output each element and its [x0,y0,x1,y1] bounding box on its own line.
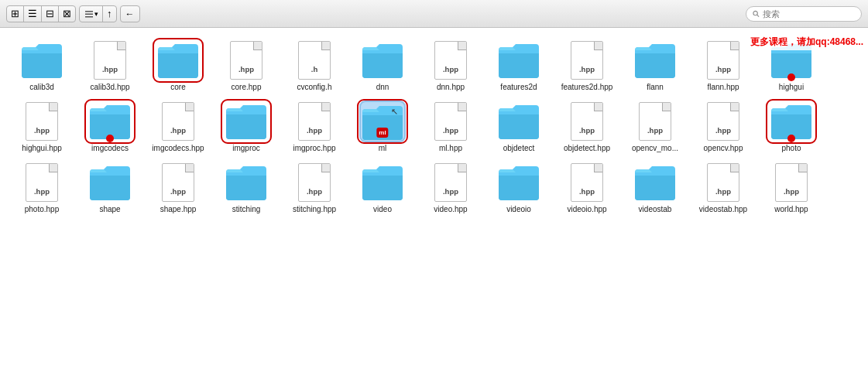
list-item[interactable]: video [348,158,417,219]
file-icon: .hpp [632,101,678,142]
file-icon: .hpp [564,40,610,80]
file-icon: .hpp [291,101,338,142]
file-label: imgproc.hpp [293,143,335,153]
back-button[interactable]: ← [120,5,140,22]
list-item[interactable]: photo [757,97,825,158]
list-item[interactable]: core [144,36,212,97]
file-label: cvconfig.h [297,82,331,92]
action-group[interactable]: ▾ ↑ [79,5,117,22]
list-item[interactable]: .hpp opencv.hpp [689,97,757,158]
list-item[interactable]: .hpp opencv_mo... [621,97,689,158]
list-item[interactable]: .hpp imgproc.hpp [280,97,348,158]
search-box[interactable] [746,6,862,22]
list-item[interactable]: stitching [212,158,280,219]
icon-grid-small[interactable]: ⊞ [7,5,24,22]
file-icon: .h [291,40,338,80]
svg-point-3 [753,11,757,15]
icon-cover[interactable]: ⊠ [59,5,75,22]
file-label: flann [647,82,664,92]
icon-columns[interactable]: ⊟ [42,5,59,22]
arrange-icon[interactable]: ▾ [80,5,103,22]
share-icon[interactable]: ↑ [103,5,116,22]
file-label: highgui.hpp [22,143,62,153]
list-item[interactable]: videostab [621,158,689,219]
file-label: core [170,82,185,92]
file-label: videostab.hpp [699,204,747,214]
list-item[interactable]: .hpp video.hpp [417,158,485,219]
file-label: opencv_mo... [632,143,678,153]
list-item[interactable]: .hpp world.hpp [757,158,825,219]
watermark: 更多课程，请加qq:48468... [746,34,868,50]
file-label: dnn.hpp [437,82,465,92]
file-icon [155,40,201,80]
file-label: opencv.hpp [704,143,743,153]
list-item[interactable]: .hpp objdetect.hpp [553,97,621,158]
file-icon: .hpp [19,162,65,203]
file-label: objdetect [503,143,535,153]
file-icon: .hpp [427,40,474,80]
list-item[interactable]: imgproc [212,97,280,158]
file-label: shape.hpp [160,204,197,214]
file-icon: .hpp [19,101,65,142]
toolbar: ⊞ ☰ ⊟ ⊠ ▾ ↑ ← [0,0,868,28]
svg-rect-2 [85,16,93,18]
list-item[interactable]: calib3d [8,36,76,97]
list-item[interactable]: .hpp imgcodecs.hpp [144,97,212,158]
file-label: videoio [506,204,531,214]
list-item[interactable]: flann [621,36,689,97]
file-label: calib3d [29,82,54,92]
list-item[interactable]: .hpp core.hpp [212,36,280,97]
file-label: ml [379,143,387,153]
file-icon: .hpp [291,162,338,203]
list-item[interactable]: objdetect [485,97,553,158]
file-icon: .hpp [700,40,746,80]
file-icon [632,40,678,80]
list-item[interactable]: .hpp features2d.hpp [553,36,621,97]
file-label: highgui [779,82,804,92]
list-item[interactable]: ↖ ml ml [348,97,417,158]
file-icon: .hpp [155,162,201,203]
file-icon: .hpp [700,101,746,142]
file-icon: .hpp [427,101,474,142]
list-item[interactable]: .hpp calib3d.hpp [76,36,144,97]
list-item[interactable]: videoio [485,158,553,219]
list-item[interactable]: imgcodecs [76,97,144,158]
list-item[interactable]: shape [76,158,144,219]
list-item[interactable]: .hpp ml.hpp [417,97,485,158]
view-mode-group[interactable]: ⊞ ☰ ⊟ ⊠ [6,5,76,22]
file-label: stitching [232,204,261,214]
list-item[interactable]: .hpp dnn.hpp [417,36,485,97]
file-icon: .hpp [427,162,474,203]
file-icon: .hpp [223,40,269,80]
list-item[interactable]: dnn [348,36,417,97]
file-icon [632,162,678,203]
list-item[interactable]: features2d [485,36,553,97]
file-icon [496,162,542,203]
search-input[interactable] [763,9,855,19]
file-icon [359,40,406,80]
file-label: ml.hpp [439,143,462,153]
file-icon: .hpp [564,101,610,142]
list-item[interactable]: .hpp photo.hpp [8,158,76,219]
list-item[interactable]: .hpp videoio.hpp [553,158,621,219]
list-item[interactable]: .hpp shape.hpp [144,158,212,219]
file-label: world.hpp [774,204,808,214]
file-icon: .hpp [155,101,201,142]
list-item[interactable]: .hpp videostab.hpp [689,158,757,219]
svg-rect-1 [85,13,93,15]
icon-list[interactable]: ☰ [24,5,42,22]
list-item[interactable]: .hpp highgui.hpp [8,97,76,158]
file-label: imgproc [232,143,260,153]
file-label: imgcodecs [91,143,129,153]
file-grid: calib3d .hpp calib3d.hpp core .hpp core.… [8,36,860,219]
list-item[interactable]: .hpp stitching.hpp [280,158,348,219]
file-icon [223,101,269,142]
back-icon: ← [125,9,135,19]
file-label: flann.hpp [707,82,739,92]
file-icon [768,101,815,142]
file-label: photo.hpp [25,204,60,214]
file-label: videoio.hpp [567,204,606,214]
file-icon [87,101,133,142]
list-item[interactable]: .h cvconfig.h [280,36,348,97]
file-label: video.hpp [434,204,467,214]
